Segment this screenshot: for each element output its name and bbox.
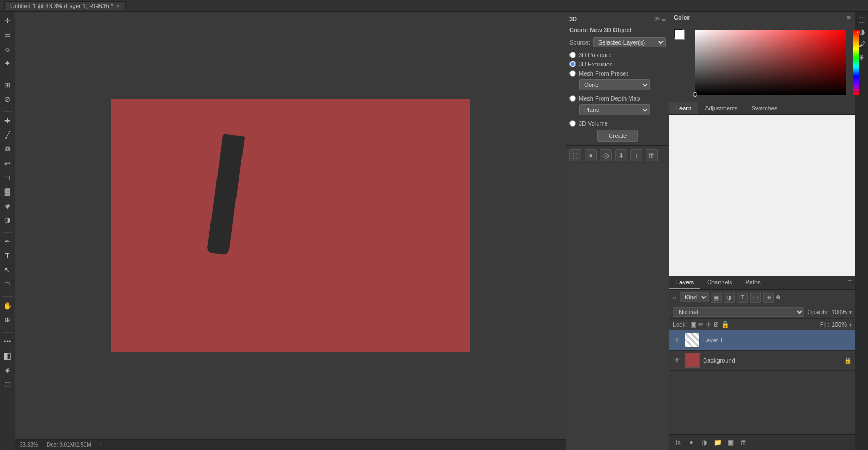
panel-3d-icon-down[interactable]: ⬇ [615,149,627,161]
opacity-dropdown[interactable]: ▾ [849,309,852,315]
tool-heal[interactable]: ✚ [1,114,14,127]
tool-path-select[interactable]: ↖ [1,263,14,276]
tool-separator-3 [2,228,13,233]
tool-magic-wand[interactable]: ✦ [1,57,14,70]
tab-close-btn[interactable]: × [116,3,120,9]
tool-separator-4 [2,292,13,297]
lock-icon-paint[interactable]: ✏ [698,321,704,328]
blend-mode-select[interactable]: Normal [673,307,804,317]
tool-move[interactable]: ✛ [1,14,14,27]
color-gradient-area[interactable] [695,30,846,95]
fill-value[interactable]: 100% [832,321,847,328]
document-tab[interactable]: Untitled-1 @ 33.3% (Layer 1, RGB/8) * × [4,1,126,10]
layers-toolbar: ⌕ Kind ▣ ◑ T □ ⊞ [669,290,855,305]
tool-eraser[interactable]: ◻ [1,171,14,184]
tool-screen-mode[interactable]: ▢ [1,377,14,390]
layers-kind-select[interactable]: Kind [680,292,709,302]
radio-mesh-depth-input[interactable] [569,95,576,102]
tool-hand[interactable]: ✋ [1,299,14,312]
lock-row: Lock: ▣ ✏ ✛ ⊞ 🔒 Fill: 100% ▾ [669,319,855,330]
layers-icon-shape[interactable]: □ [750,292,761,303]
tool-shape[interactable]: □ [1,277,14,290]
tool-clone[interactable]: ⧉ [1,142,14,155]
layer-item-background[interactable]: 👁 Background 🔒 [669,351,855,371]
panel-3d-icon-camera[interactable]: ◎ [600,149,612,161]
tool-lasso[interactable]: ⌾ [1,42,14,55]
mesh-depth-select[interactable]: Plane [579,104,650,115]
layers-mask-icon[interactable]: ● [686,437,697,448]
panel-3d-icon-swap[interactable]: ↕ [630,149,642,161]
tab-learn[interactable]: Learn [669,102,698,114]
tool-eyedropper[interactable]: ⊘ [1,92,14,105]
tab-layers[interactable]: Layers [669,276,700,289]
panel-3d-icon-light[interactable]: ● [585,149,597,161]
panel-3d-icon-delete[interactable]: 🗑 [646,149,658,161]
tab-paths[interactable]: Paths [739,276,767,289]
color-bg-swatch[interactable] [675,30,685,40]
layers-blend-row: Normal Opacity: 100% ▾ [669,305,855,319]
radio-mesh-preset[interactable]: Mesh From Preset [569,70,666,77]
panel-3d-icon-scene[interactable]: ⬚ [569,149,581,161]
tool-brush[interactable]: ╱ [1,128,14,141]
radio-3d-extrusion-input[interactable] [569,61,576,67]
tool-zoom[interactable]: ⊕ [1,313,14,326]
opacity-value[interactable]: 100% [832,309,847,315]
layers-icon-adjust[interactable]: ◑ [724,292,735,303]
tab-adjustments[interactable]: Adjustments [698,102,745,114]
layers-group-icon[interactable]: 📁 [712,437,723,448]
tab-swatches[interactable]: Swatches [745,102,785,114]
tool-gradient[interactable]: ▓ [1,185,14,198]
radio-3d-postcard[interactable]: 3D Postcard [569,52,666,58]
color-gradient-wrapper[interactable] [690,27,851,98]
tool-fg-bg[interactable]: ◧ [1,349,14,362]
tool-quick-mask[interactable]: ◈ [1,363,14,376]
tool-text[interactable]: T [1,249,14,262]
radio-mesh-preset-input[interactable] [569,70,576,77]
rstrip-3d-icon[interactable]: ⬚ [858,15,865,23]
radio-mesh-depth[interactable]: Mesh From Depth Map [569,95,666,102]
tool-dodge[interactable]: ◑ [1,213,14,226]
learn-panel-menu[interactable]: ≡ [845,102,855,114]
tool-blur[interactable]: ◈ [1,199,14,212]
layers-icon-smart[interactable]: ⊞ [763,292,774,303]
canvas-wrapper[interactable] [15,12,566,439]
color-fg-bg-preview[interactable] [674,29,685,40]
tool-select-rect[interactable]: ▭ [1,28,14,41]
layers-panel-menu[interactable]: ≡ [845,276,855,289]
layer-item-layer1[interactable]: 👁 Layer 1 [669,330,855,351]
radio-3d-volume-input[interactable] [569,120,576,127]
rstrip-color-icon[interactable]: ◈ [859,53,864,61]
panel-3d-wrapper: 3D ≫ ≡ Create New 3D Object Source: Sele… [566,12,669,450]
radio-3d-extrusion[interactable]: 3D Extrusion [569,61,666,67]
source-select[interactable]: Selected Layer(s) Current Layer [593,38,666,47]
tool-more[interactable]: ••• [1,335,14,348]
lock-icon-artboard[interactable]: ⊞ [714,321,719,328]
layers-icon-type[interactable]: T [737,292,748,303]
hue-bar[interactable] [853,30,859,95]
status-arrow[interactable]: › [100,442,102,448]
panel-3d-expand-icon[interactable]: ≫ [654,15,660,22]
lock-icon-pixels[interactable]: ▣ [690,321,696,328]
create-button[interactable]: Create [597,130,638,142]
layers-new-icon[interactable]: ▣ [725,437,736,448]
radio-3d-volume[interactable]: 3D Volume [569,120,666,127]
layers-adjustment-icon[interactable]: ◑ [699,437,710,448]
fill-dropdown[interactable]: ▾ [849,322,852,328]
tool-history[interactable]: ↩ [1,157,14,170]
mesh-preset-select[interactable]: Cone [579,79,650,90]
lock-icon-move[interactable]: ✛ [706,321,711,328]
panel-3d-menu-icon[interactable]: ≡ [662,16,666,22]
layer1-visibility[interactable]: 👁 [673,336,681,345]
color-panel-menu[interactable]: ≡ [847,14,851,21]
tool-crop[interactable]: ⊞ [1,78,14,91]
tab-channels[interactable]: Channels [700,276,739,289]
radio-3d-postcard-input[interactable] [569,52,576,58]
background-visibility[interactable]: 👁 [673,356,681,365]
layers-fx-icon[interactable]: fx [673,437,684,448]
source-row: Source: Selected Layer(s) Current Layer [569,38,666,47]
color-cursor[interactable] [693,92,697,97]
layers-delete-icon[interactable]: 🗑 [738,437,749,448]
lock-icon-all[interactable]: 🔒 [721,321,729,328]
tool-pen[interactable]: ✒ [1,235,14,248]
layers-icon-pixel[interactable]: ▣ [711,292,722,303]
